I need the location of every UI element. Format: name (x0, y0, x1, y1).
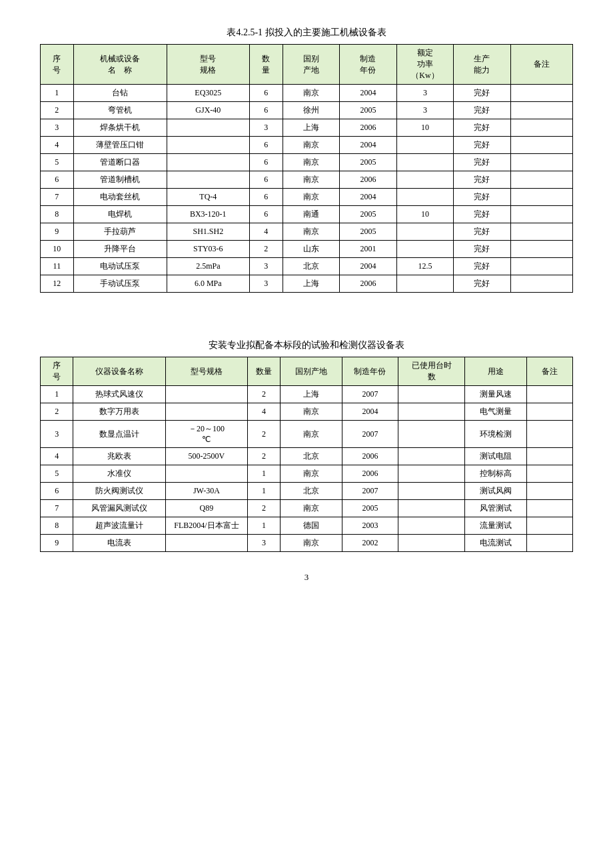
table1-col-seqno: 序号 (41, 45, 74, 85)
table2-cell-5-2: JW-30A (165, 483, 247, 500)
table1-cell-6-7: 完好 (454, 189, 510, 206)
table1-cell-3-5: 2004 (340, 137, 396, 154)
table2-row: 9电流表3南京2002电流测试 (41, 535, 573, 552)
table1-cell-0-4: 南京 (283, 85, 339, 102)
table2-row: 2数字万用表4南京2004电气测量 (41, 403, 573, 421)
table2-cell-1-1: 数字万用表 (73, 403, 166, 421)
table1-cell-1-8 (510, 102, 572, 119)
table2-cell-6-4: 南京 (281, 500, 342, 517)
table1-cell-1-4: 徐州 (283, 102, 339, 119)
table2-cell-2-8 (526, 421, 572, 448)
table2-cell-2-1: 数显点温计 (73, 421, 166, 448)
table2-cell-6-7: 风管测试 (465, 500, 526, 517)
table1-row: 10升降平台STY03-62山东2001完好 (41, 241, 573, 258)
table2-cell-8-2 (165, 535, 247, 552)
table2-cell-4-1: 水准仪 (73, 465, 166, 483)
table2-cell-7-6 (398, 517, 465, 535)
table1-cell-1-6: 3 (396, 102, 453, 119)
table2-cell-8-5: 2002 (342, 535, 398, 552)
table2-row: 1热球式风速仪2上海2007测量风速 (41, 386, 573, 403)
table2-row: 5水准仪1南京2006控制标高 (41, 465, 573, 483)
table1-cell-8-3: 4 (249, 223, 283, 241)
table1-cell-6-6 (396, 189, 453, 206)
table2-col-seqno: 序号 (41, 357, 73, 386)
table1-col-model: 型号规格 (167, 45, 249, 85)
table2-cell-1-7: 电气测量 (465, 403, 526, 421)
table2-cell-0-2 (165, 386, 247, 403)
table1-cell-3-2 (167, 137, 249, 154)
page-container: 表4.2.5-1 拟投入的主要施工机械设备表 序号 机械或设备名 称 型号规格 … (40, 27, 573, 583)
table2-cell-3-8 (526, 448, 572, 465)
table1-cell-9-3: 2 (249, 241, 283, 258)
table2-cell-0-5: 2007 (342, 386, 398, 403)
table2-row: 6防火阀测试仪JW-30A1北京2007测试风阀 (41, 483, 573, 500)
table1-cell-2-5: 2006 (340, 119, 396, 137)
table2-col-qty: 数量 (247, 357, 280, 386)
table1-cell-2-7: 完好 (454, 119, 510, 137)
table2-title: 安装专业拟配备本标段的试验和检测仪器设备表 (40, 339, 573, 351)
table2-cell-1-3: 4 (247, 403, 280, 421)
table2-cell-1-8 (526, 403, 572, 421)
table1-cell-3-4: 南京 (283, 137, 339, 154)
table1-cell-5-4: 南京 (283, 171, 339, 189)
table1-cell-8-7: 完好 (454, 223, 510, 241)
table2-cell-5-5: 2007 (342, 483, 398, 500)
table1-cell-8-2: SH1.SH2 (167, 223, 249, 241)
table1-cell-10-0: 11 (41, 258, 74, 275)
table1-row: 7电动套丝机TQ-46南京2004完好 (41, 189, 573, 206)
table1-cell-6-5: 2004 (340, 189, 396, 206)
table1-cell-6-1: 电动套丝机 (73, 189, 167, 206)
table1-cell-7-2: BX3-120-1 (167, 206, 249, 223)
table2-cell-1-2 (165, 403, 247, 421)
table1-cell-11-1: 手动试压泵 (73, 275, 167, 293)
table1-col-qty: 数量 (249, 45, 283, 85)
table2-header-row: 序号 仪器设备名称 型号规格 数量 国别产地 制造年份 已使用台时数 用途 备注 (41, 357, 573, 386)
table2-cell-5-3: 1 (247, 483, 280, 500)
table2-cell-7-2: FLB2004/日本富士 (165, 517, 247, 535)
table1-cell-3-6 (396, 137, 453, 154)
table2-col-used: 已使用台时数 (398, 357, 465, 386)
table2-cell-1-6 (398, 403, 465, 421)
table1-cell-4-0: 5 (41, 154, 74, 171)
table1-cell-10-1: 电动试压泵 (73, 258, 167, 275)
table1-cell-9-7: 完好 (454, 241, 510, 258)
table1-row: 3焊条烘干机3上海200610完好 (41, 119, 573, 137)
table2-cell-4-4: 南京 (281, 465, 342, 483)
table1-cell-8-6 (396, 223, 453, 241)
table1-cell-10-6: 12.5 (396, 258, 453, 275)
table2-row: 7风管漏风测试仪Q892南京2005风管测试 (41, 500, 573, 517)
table1-cell-11-7: 完好 (454, 275, 510, 293)
table2-cell-4-7: 控制标高 (465, 465, 526, 483)
table1-cell-7-1: 电焊机 (73, 206, 167, 223)
table2-cell-2-7: 环境检测 (465, 421, 526, 448)
table1-cell-11-6 (396, 275, 453, 293)
table2-cell-2-4: 南京 (281, 421, 342, 448)
table1-cell-5-6 (396, 171, 453, 189)
table1-row: 4薄壁管压口钳6南京2004完好 (41, 137, 573, 154)
table1-cell-1-7: 完好 (454, 102, 510, 119)
table1-cell-6-8 (510, 189, 572, 206)
table2-col-origin: 国别产地 (281, 357, 342, 386)
table2-col-year: 制造年份 (342, 357, 398, 386)
table2-cell-3-6 (398, 448, 465, 465)
table1-cell-2-3: 3 (249, 119, 283, 137)
table2-cell-0-3: 2 (247, 386, 280, 403)
table1-title: 表4.2.5-1 拟投入的主要施工机械设备表 (40, 27, 573, 39)
table2-cell-3-4: 北京 (281, 448, 342, 465)
table1-cell-4-7: 完好 (454, 154, 510, 171)
table2-cell-4-6 (398, 465, 465, 483)
table2-cell-8-3: 3 (247, 535, 280, 552)
table1-cell-5-7: 完好 (454, 171, 510, 189)
table1-cell-8-0: 9 (41, 223, 74, 241)
table1-cell-8-5: 2005 (340, 223, 396, 241)
table2-cell-8-4: 南京 (281, 535, 342, 552)
table2-cell-8-0: 9 (41, 535, 73, 552)
table2-cell-5-4: 北京 (281, 483, 342, 500)
table1-cell-7-6: 10 (396, 206, 453, 223)
table1-cell-2-8 (510, 119, 572, 137)
table2-cell-2-6 (398, 421, 465, 448)
table1-cell-10-3: 3 (249, 258, 283, 275)
table1-cell-7-5: 2005 (340, 206, 396, 223)
table1-cell-7-3: 6 (249, 206, 283, 223)
table2-cell-0-4: 上海 (281, 386, 342, 403)
